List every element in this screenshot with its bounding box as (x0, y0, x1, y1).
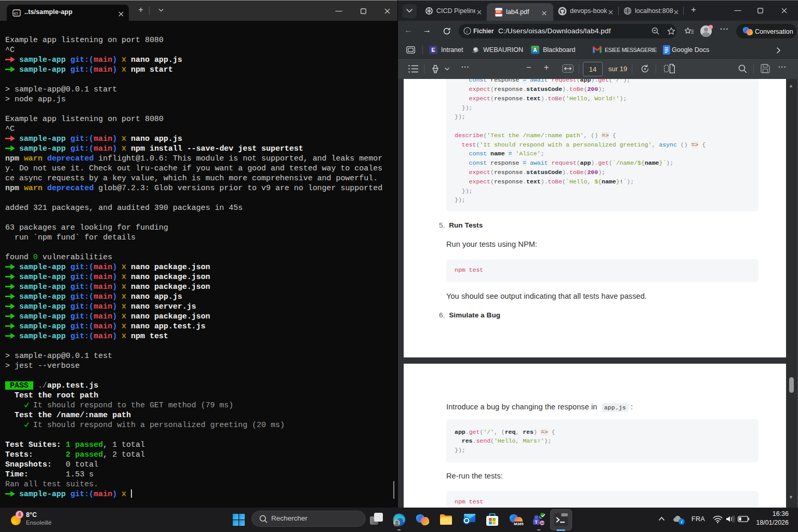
svg-text:i: i (467, 29, 468, 34)
svg-text:A: A (533, 47, 537, 53)
svg-text:T: T (535, 520, 538, 525)
svg-text:c:\: c:\ (14, 11, 18, 15)
svg-text:PDF: PDF (496, 10, 501, 14)
svg-text:AO: AO (540, 522, 545, 525)
